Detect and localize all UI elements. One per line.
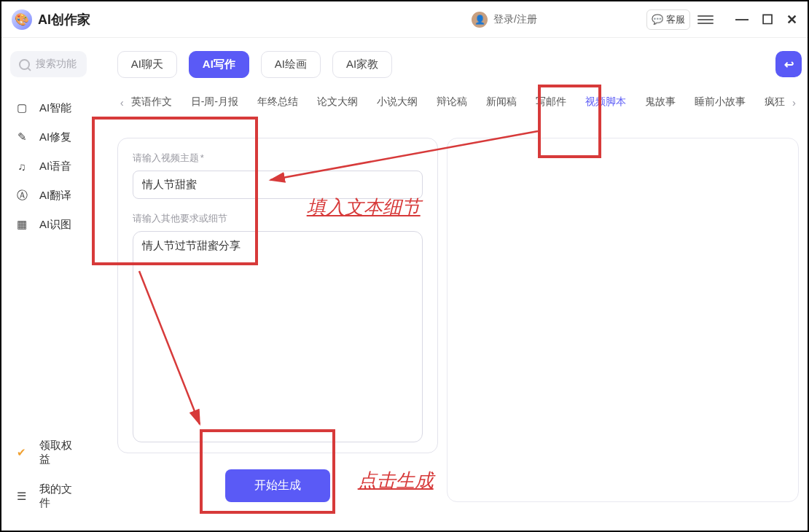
login-link[interactable]: 登录/注册: [493, 13, 537, 26]
sidebar-item-label: AI翻译: [39, 189, 71, 203]
sub-tab-10[interactable]: 睡前小故事: [693, 91, 747, 113]
sidebar-item-label: AI语音: [39, 160, 71, 173]
sub-tabs: 英语作文日-周-月报年终总结论文大纲小说大纲辩论稿新闻稿写邮件视频脚本鬼故事睡前…: [130, 91, 786, 113]
sidebar-item-rewards[interactable]: ✔ 领取权益: [10, 431, 87, 474]
customer-service-label: 客服: [666, 13, 685, 26]
sub-tab-0[interactable]: 英语作文: [130, 91, 173, 113]
sub-tab-2[interactable]: 年终总结: [256, 91, 300, 113]
main-content: ↩ AI聊天AI写作AI绘画AI家教 ‹ 英语作文日-周-月报年终总结论文大纲小…: [95, 38, 808, 531]
ai-repair-icon: ✎: [15, 130, 29, 144]
sidebar-item-label: 我的文件: [39, 482, 82, 510]
ai-image-icon: ▦: [15, 217, 29, 232]
search-icon: [19, 59, 30, 70]
chat-icon: 💬: [652, 14, 663, 25]
sub-tab-11[interactable]: 疯狂: [763, 91, 786, 113]
sidebar-item-label: 领取权益: [39, 439, 82, 466]
sidebar-item-ai-repair[interactable]: ✎ AI修复: [10, 122, 87, 152]
top-tab-1[interactable]: AI写作: [189, 51, 249, 78]
title-bar: 🎨 AI创作家 👤 登录/注册 💬 客服 — ☐ ✕: [1, 1, 808, 38]
top-tab-2[interactable]: AI绘画: [261, 51, 321, 78]
generate-button[interactable]: 开始生成: [225, 469, 330, 502]
sub-tab-4[interactable]: 小说大纲: [375, 91, 419, 113]
minimize-button[interactable]: —: [735, 12, 749, 28]
output-panel: [447, 138, 799, 502]
sub-tab-3[interactable]: 论文大纲: [316, 91, 359, 113]
hamburger-icon[interactable]: [697, 15, 714, 24]
chevron-right-icon[interactable]: ›: [789, 93, 799, 112]
sidebar-item-ai-translate[interactable]: Ⓐ AI翻译: [10, 181, 87, 210]
files-icon: ☰: [15, 489, 29, 504]
sidebar-item-ai-voice[interactable]: ♫ AI语音: [10, 152, 87, 181]
sidebar-item-files[interactable]: ☰ 我的文件: [10, 475, 87, 517]
sidebar-item-label: AI识图: [39, 218, 71, 232]
app-title: AI创作家: [38, 11, 90, 28]
app-logo-icon: 🎨: [12, 9, 32, 30]
sub-tab-7[interactable]: 写邮件: [534, 91, 568, 113]
sidebar: 搜索功能 ▢ AI智能 ✎ AI修复 ♫ AI语音 Ⓐ AI翻译 ▦ AI识图: [1, 38, 95, 531]
sidebar-item-label: AI修复: [39, 130, 71, 144]
top-tabs: AI聊天AI写作AI绘画AI家教: [117, 51, 799, 78]
chevron-left-icon[interactable]: ‹: [117, 93, 127, 112]
search-placeholder: 搜索功能: [36, 58, 77, 71]
history-button[interactable]: ↩: [775, 51, 802, 77]
input-card: 请输入视频主题* 请输入其他要求或细节: [117, 138, 438, 453]
sub-tab-1[interactable]: 日-周-月报: [189, 91, 240, 113]
customer-service-button[interactable]: 💬 客服: [646, 9, 690, 30]
detail-textarea[interactable]: [133, 231, 423, 442]
sub-tab-8[interactable]: 视频脚本: [584, 91, 628, 113]
sub-tab-5[interactable]: 辩论稿: [435, 91, 469, 113]
maximize-button[interactable]: ☐: [762, 12, 773, 28]
sidebar-item-ai-image[interactable]: ▦ AI识图: [10, 210, 87, 239]
search-input[interactable]: 搜索功能: [10, 51, 87, 77]
sidebar-item-label: AI智能: [39, 101, 71, 115]
close-button[interactable]: ✕: [786, 12, 797, 28]
ai-voice-icon: ♫: [15, 159, 29, 173]
topic-label: 请输入视频主题*: [133, 152, 423, 165]
avatar-icon[interactable]: 👤: [472, 12, 488, 28]
sidebar-item-ai-smart[interactable]: ▢ AI智能: [10, 93, 87, 122]
top-tab-3[interactable]: AI家教: [332, 51, 392, 78]
ai-translate-icon: Ⓐ: [15, 188, 29, 203]
sub-tab-6[interactable]: 新闻稿: [485, 91, 518, 113]
topic-input[interactable]: [133, 171, 423, 199]
top-tab-0[interactable]: AI聊天: [117, 51, 177, 78]
ai-smart-icon: ▢: [15, 101, 29, 115]
rewards-icon: ✔: [15, 445, 29, 460]
sub-tab-9[interactable]: 鬼故事: [644, 91, 677, 113]
detail-label: 请输入其他要求或细节: [133, 212, 423, 225]
